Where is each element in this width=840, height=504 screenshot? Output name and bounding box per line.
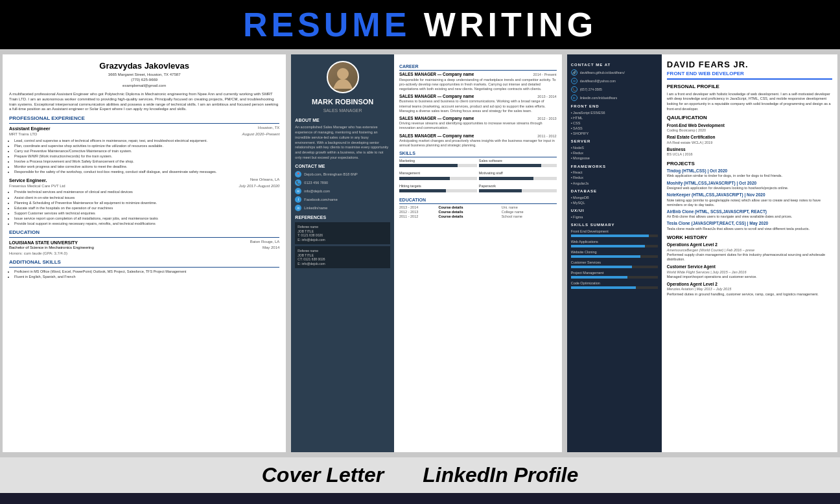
p3-frameworks-title: FRAMEWORKS — [571, 165, 658, 170]
p2-skill-sales-bar-fill — [479, 164, 541, 167]
p3-server-title: SERVER — [571, 139, 658, 144]
p1-edu-section: EDUCATION — [9, 229, 279, 237]
p3-qual-2: Real Estate Certification AA Real-estate… — [667, 135, 832, 145]
p2-contact-title: CONTACT ME — [295, 163, 390, 169]
p3-work2-title: Customer Service Agent — [667, 264, 832, 269]
p2-ref2-email: E: info@dejob.com — [298, 262, 388, 266]
email-icon: ✉ — [295, 188, 301, 194]
p3-skill-cloning: Website Cloning — [571, 250, 658, 258]
p3-project-5: Tesla Clone (JAVASCRIPT,REACT, CSS) | Ma… — [667, 221, 832, 231]
p2-skill-targets-label: Hitting targets — [399, 184, 477, 189]
resume-panel-1: Grazvydas Jakovlevas 3665 Margaret Stree… — [3, 54, 286, 452]
p3-skill-code: Code Optimization — [571, 281, 658, 289]
p2-contact-facebook: f Facebook.com/name — [295, 196, 390, 203]
p1-name: Grazvydas Jakovlevas — [9, 61, 279, 72]
footer-item1: Cover Letter — [262, 463, 384, 487]
p2-skill-paperwork-bar-fill — [479, 189, 522, 192]
p2-job4-header: SALES MANAGER — Company name 2011 - 2012 — [399, 133, 557, 139]
p2-edu-school-3: School name — [502, 214, 557, 219]
p2-avatar — [327, 61, 359, 93]
p2-title: SALES MANAGER — [295, 108, 390, 113]
p2-job1-header: SALES MANAGER — Company name 2014 - Pres… — [399, 72, 557, 77]
p1-job1-subheader: MRT Trains LTD August 2020–Present — [9, 132, 279, 137]
p3-skill-cl-bar-bg — [571, 255, 658, 258]
p2-about-text: An accomplished Sales Manager who has ex… — [295, 125, 390, 160]
p1-header: Grazvydas Jakovlevas 3665 Margaret Stree… — [9, 61, 279, 88]
p3-db-2: • MySQL — [571, 201, 658, 205]
p2-skill-motivating: Motivating staff — [479, 171, 557, 179]
p2-job1-title: SALES MANAGER — Company name — [399, 72, 474, 77]
p3-proj4-title: AirBnb Clone (HTML, SCSS,JAVASCRIPT, REA… — [667, 209, 832, 214]
p3-work3-company: Menzies Aviation | May 2013 – July 2015 — [667, 287, 832, 292]
p2-job3: SALES MANAGER — Company name 2012 - 2013… — [399, 116, 557, 131]
p1-job1-b2: Plan, coordinate and supervise shop acti… — [14, 144, 279, 148]
p3-skill-cl-bar-fill — [571, 255, 640, 258]
linkedin-icon: in — [295, 205, 301, 211]
location-icon: 📍 — [295, 171, 301, 178]
p2-job3-title: SALES MANAGER — Company name — [399, 116, 474, 121]
p2-about-title: ABOUT ME — [295, 117, 390, 123]
p2-contact-email: ✉ info@dejob.com — [295, 188, 390, 194]
footer-banner: Cover Letter LinkedIn Profile — [0, 457, 840, 493]
p2-edu-table: 2013 - 2014 Course details Uni. name 201… — [399, 205, 557, 219]
p1-job1-header: Assistant Engineer Houston, TX — [9, 126, 279, 132]
p2-job3-date: 2012 - 2013 — [537, 117, 556, 121]
p3-db-1: • MongoDB — [571, 196, 658, 200]
p2-skill-management: Management — [399, 171, 477, 179]
p3-work2-company: World Wide Flight Services | July 2015 –… — [667, 270, 832, 275]
p1-job2-b3: Planning & Scheduling of Preventive Main… — [14, 201, 279, 205]
p2-edu-course-2: Course details — [439, 210, 502, 214]
p1-edu-row: LOUISIANA STATE UNIVERSITY Baton Rouge, … — [9, 240, 279, 246]
p1-job2-b2: Assist client in on-site technical issue… — [14, 196, 279, 200]
p1-job2-b5: Support Customer services with technical… — [14, 211, 279, 216]
p3-qual-section: QAULIFICATION — [667, 115, 832, 121]
p3-contact-linkedin: in linkedin.com/in/davidfears — [571, 95, 658, 101]
phone-icon: 📞 — [295, 179, 301, 186]
p2-contact-linkedin: in LinkedIn/name — [295, 205, 390, 211]
p3-linkedin-icon: in — [571, 95, 578, 101]
p3-skill-fe-label: Front End Development — [571, 229, 658, 234]
p3-email-text: davidfears9@yahoo.com — [580, 79, 616, 84]
p2-edu-section: EDUCATION — [399, 197, 557, 204]
header-banner: RESUME WRITING — [0, 0, 840, 49]
p3-proj2-title: Moshify (HTML,CSS,JAVASCRIPT) | Oct 2020 — [667, 181, 832, 186]
p3-skill-pm-bar-fill — [571, 276, 627, 279]
footer-item2: LinkedIn Profile — [423, 463, 578, 487]
p3-frontend-title: FRONT END — [571, 104, 658, 109]
p3-contact-email: ✉ davidfears9@yahoo.com — [571, 78, 658, 84]
p1-job2-subheader: Fresenius Medical Care PVT Ltd July 2017… — [9, 184, 279, 189]
p1-job1-dates: August 2020–Present — [242, 132, 280, 137]
p3-right: DAVID FEARS JR. FRONT END WEB DEVELOPER … — [662, 54, 837, 452]
p3-project-1: Tindog (HTML,CSS) | Oct 2020 Web applica… — [667, 168, 832, 179]
p2-skill-motivating-bar-bg — [479, 177, 557, 180]
p1-skills-section: ADDITIONAL SKILLS — [9, 259, 279, 267]
p3-qual2-sub: AA Real-estate WCLA | 2019 — [667, 141, 832, 145]
p3-database-title: DATABASE — [571, 189, 658, 194]
p3-qual3-title: Business — [667, 147, 832, 152]
p2-skill-mgmt-bar-bg — [399, 177, 477, 180]
p2-ref-1: Referee name JOB TITLE T: 0121 638 0026 … — [295, 222, 390, 244]
p2-website-text: Dejob.com, Birmingham B18 6NP — [304, 172, 357, 177]
p3-fw-2: • Redux — [571, 176, 658, 180]
p2-job1-desc: Responsible for maintaining a deep under… — [399, 78, 557, 91]
main-content: Grazvydas Jakovlevas 3665 Margaret Stree… — [0, 49, 840, 457]
title-part2: WRITING — [410, 6, 597, 43]
p3-work1-company: AmerisourceBergen (World Courier) | Feb … — [667, 248, 832, 253]
p3-proj2-desc: Designed web application for developers … — [667, 186, 832, 190]
p2-job3-desc: Driving revenue streams and identifying … — [399, 121, 557, 130]
p3-fw-1: • React — [571, 170, 658, 175]
resume-panel-2: MARK ROBINSON SALES MANAGER ABOUT ME An … — [291, 54, 561, 452]
p3-proj5-desc: Tesla clone made with ReactJs that allow… — [667, 227, 832, 231]
p3-contact-title: CONTACT ME AT — [571, 63, 658, 68]
p1-job1-b5: Involve a Process Improvement and Work S… — [14, 159, 279, 164]
p2-skill-targets-bar-fill — [399, 189, 446, 192]
p3-skill-customer: Customer Services — [571, 260, 658, 268]
p3-skill-cl-label: Website Cloning — [571, 250, 658, 255]
p3-qual-3: Business BS UCLA | 2016 — [667, 147, 832, 157]
p3-skill-wa-bar-fill — [571, 245, 645, 247]
p1-edu-location: Baton Rouge, LA — [250, 240, 280, 246]
p3-work-3: Operations Agent Level 2 Menzies Aviatio… — [667, 282, 832, 297]
p3-fe-5: • SHOPIFY — [571, 132, 658, 136]
p2-skill-motivating-bar-fill — [479, 177, 533, 180]
p2-left: MARK ROBINSON SALES MANAGER ABOUT ME An … — [291, 54, 394, 452]
